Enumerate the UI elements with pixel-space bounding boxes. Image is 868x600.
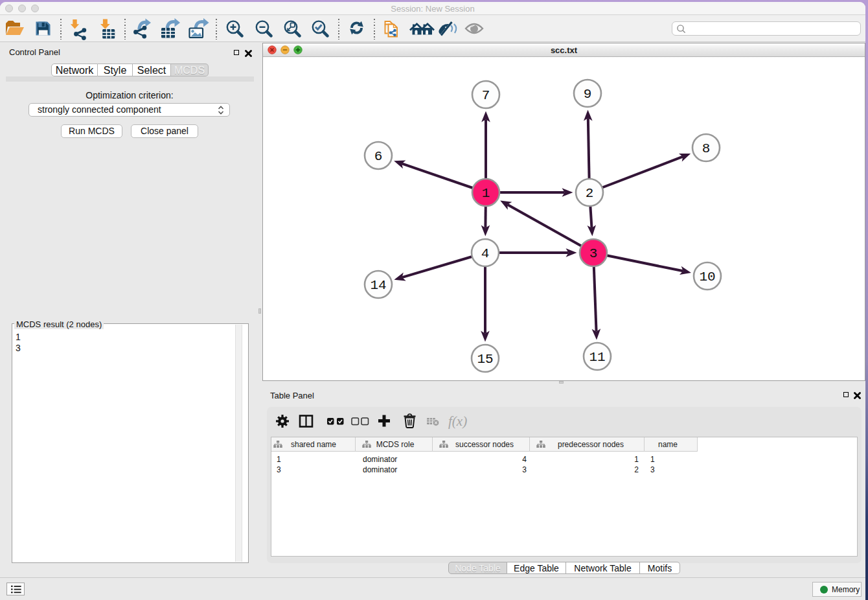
svg-text:15: 15 [477,352,493,367]
svg-text:9: 9 [584,87,592,102]
svg-text:2: 2 [586,186,594,201]
svg-text:f(x): f(x) [448,413,467,429]
svg-text:6: 6 [374,149,383,164]
svg-text:11: 11 [589,350,605,365]
svg-text:3: 3 [589,246,598,261]
svg-text:8: 8 [702,141,711,156]
svg-text:7: 7 [482,88,490,103]
svg-text:10: 10 [699,270,715,284]
svg-text:4: 4 [481,246,490,261]
svg-text:14: 14 [370,278,386,293]
svg-text:1: 1 [482,186,490,201]
